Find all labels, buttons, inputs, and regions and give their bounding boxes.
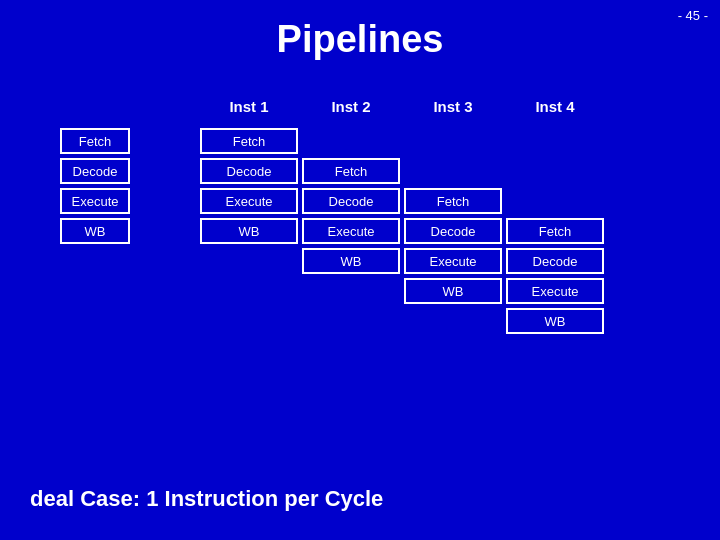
legend-fetch: Fetch [60, 128, 130, 154]
inst3-header: Inst 3 [404, 98, 502, 115]
pipeline-col4-execute: Execute [506, 278, 604, 304]
legend-decode: Decode [60, 158, 130, 184]
pipeline-col2-execute: Execute [302, 218, 400, 244]
page-title: Pipelines [0, 0, 720, 61]
inst1-header: Inst 1 [200, 98, 298, 115]
pipeline-col4-fetch: Fetch [506, 218, 604, 244]
pipeline-col1-fetch: Fetch [200, 128, 298, 154]
pipeline-col1-decode: Decode [200, 158, 298, 184]
pipeline-col2-wb: WB [302, 248, 400, 274]
pipeline-col3-execute: Execute [404, 248, 502, 274]
pipeline-col2-fetch: Fetch [302, 158, 400, 184]
legend-wb: WB [60, 218, 130, 244]
pipeline-col4-decode: Decode [506, 248, 604, 274]
bottom-text: deal Case: 1 Instruction per Cycle [30, 486, 383, 512]
pipeline-col4-wb: WB [506, 308, 604, 334]
pipeline-col3-decode: Decode [404, 218, 502, 244]
inst4-header: Inst 4 [506, 98, 604, 115]
pipeline-col1-wb: WB [200, 218, 298, 244]
inst2-header: Inst 2 [302, 98, 400, 115]
pipeline-col3-fetch: Fetch [404, 188, 502, 214]
page-number: - 45 - [678, 8, 708, 23]
pipeline-col1-execute: Execute [200, 188, 298, 214]
pipeline-col3-wb: WB [404, 278, 502, 304]
legend-execute: Execute [60, 188, 130, 214]
pipeline-col2-decode: Decode [302, 188, 400, 214]
